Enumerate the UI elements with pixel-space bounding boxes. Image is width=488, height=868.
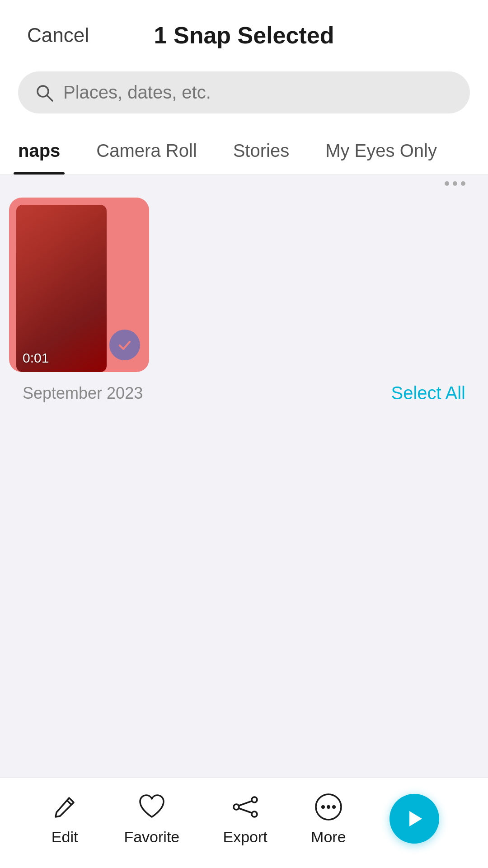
send-button[interactable] [389,794,439,844]
svg-point-11 [332,805,336,809]
svg-point-9 [321,805,325,809]
svg-point-4 [252,797,257,802]
more-button[interactable]: More [311,791,346,846]
tab-camera-roll[interactable]: Camera Roll [78,127,215,175]
svg-line-6 [239,801,252,806]
edit-icon [49,791,80,823]
snap-thumbnail [16,205,107,372]
search-icon [34,83,54,103]
tabs-container: naps Camera Roll Stories My Eyes Only [0,127,488,175]
svg-line-1 [47,95,52,101]
tab-stories[interactable]: Stories [215,127,308,175]
header-title: 1 Snap Selected [154,22,334,49]
section-date: September 2023 [23,384,143,403]
tab-my-eyes-only[interactable]: My Eyes Only [307,127,455,175]
svg-point-3 [234,804,239,810]
section-row: September 2023 Select All [0,372,488,412]
favorite-button[interactable]: Favorite [124,791,179,846]
export-icon [230,791,261,823]
edit-button[interactable]: Edit [49,791,80,846]
select-all-button[interactable]: Select All [391,383,465,403]
favorite-label: Favorite [124,828,179,846]
bottom-toolbar: Edit Favorite Export [0,778,488,868]
more-label: More [311,828,346,846]
play-icon [403,807,426,830]
svg-point-10 [327,805,330,809]
dot-icon [445,181,449,186]
header: Cancel 1 Snap Selected [0,0,488,62]
content-area: 0:01 September 2023 Select All [0,175,488,582]
snap-duration: 0:01 [23,350,49,366]
dot-icon [453,181,457,186]
export-label: Export [223,828,267,846]
edit-label: Edit [52,828,78,846]
search-input[interactable] [63,82,454,103]
snap-checkmark [109,330,140,360]
svg-point-5 [252,811,257,817]
export-button[interactable]: Export [223,791,267,846]
heart-icon [136,791,168,823]
snap-card[interactable]: 0:01 [9,198,149,372]
svg-line-7 [239,808,252,813]
search-bar[interactable] [18,71,470,113]
cancel-button[interactable]: Cancel [27,24,89,47]
svg-marker-12 [409,811,422,826]
tab-snaps[interactable]: naps [0,127,78,175]
dot-icon [461,181,465,186]
more-icon [313,791,344,823]
svg-line-2 [67,800,71,805]
search-container [0,62,488,127]
